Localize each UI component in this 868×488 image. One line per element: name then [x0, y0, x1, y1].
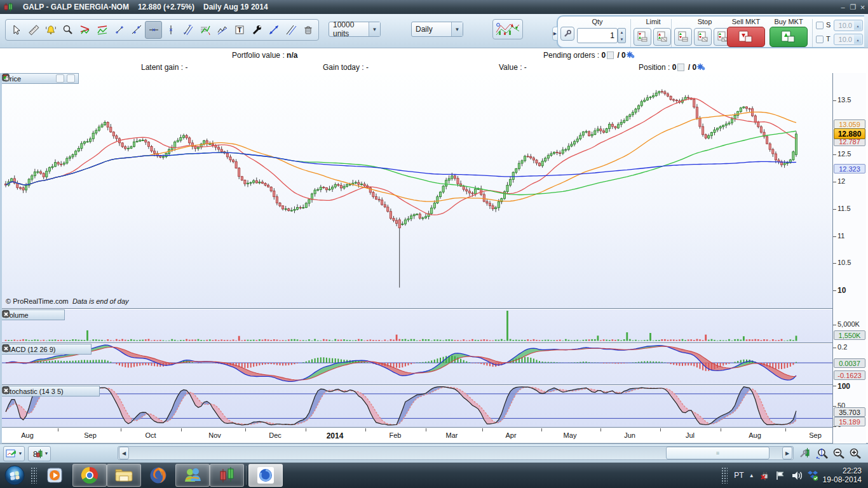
- vertical-line-tool-icon[interactable]: [162, 21, 179, 39]
- display-mode-button[interactable]: 8 ▼: [28, 446, 51, 461]
- zoom-in-button[interactable]: [847, 445, 864, 462]
- action-center-flag-icon[interactable]: [775, 470, 786, 481]
- stoch-close-icon[interactable]: [88, 387, 96, 395]
- volume-close-icon[interactable]: [53, 311, 61, 319]
- gain-today: Gain today : -: [323, 63, 369, 72]
- macd-tick-label: 0.2: [837, 343, 847, 351]
- taskbar-explorer[interactable]: [107, 464, 141, 487]
- qty-spinner[interactable]: ▲▼: [618, 28, 626, 43]
- taskbar-firefox[interactable]: [141, 464, 175, 487]
- volume-speaker-icon[interactable]: [791, 470, 802, 481]
- parallel-lines-tool-icon[interactable]: [179, 21, 196, 39]
- price-chart[interactable]: [2, 73, 834, 309]
- horizontal-line-tool-icon[interactable]: [145, 21, 162, 39]
- price-buy-arrow-icon[interactable]: [67, 74, 75, 83]
- macd-window-icon[interactable]: [69, 345, 77, 353]
- pattern-detection-icon[interactable]: [76, 21, 93, 39]
- period-dropdown-arrow: ▼: [451, 22, 463, 36]
- units-select[interactable]: 10000 units▼: [329, 22, 381, 37]
- position-gear-icon[interactable]: [696, 63, 707, 71]
- chart-mode-caret: ▼: [18, 451, 23, 456]
- trend-line-tool-icon[interactable]: [128, 21, 145, 39]
- stop-order-button-1[interactable]: [674, 28, 692, 46]
- volume-last-box: 1,550K: [834, 330, 865, 340]
- price-close-icon[interactable]: [45, 74, 53, 83]
- title-bar[interactable]: GALP - GALP ENERGIA-NOM 12.880 (+2.75%) …: [0, 0, 868, 14]
- month-tick: [306, 428, 306, 431]
- macd-settings-wrench-icon[interactable]: [58, 345, 66, 353]
- price-window-icon[interactable]: [34, 74, 43, 83]
- scroll-right-button[interactable]: ▶: [782, 447, 792, 459]
- dropbox-icon[interactable]: [807, 470, 818, 481]
- macd-panel-header: MACD (12 26 9): [2, 344, 92, 355]
- chart-settings-button[interactable]: [797, 445, 814, 462]
- taskbar-chrome[interactable]: [72, 464, 107, 487]
- start-button[interactable]: [0, 464, 29, 487]
- portfolio-value-label: Portfolio value : n/a: [232, 51, 297, 60]
- close-button[interactable]: ×: [858, 3, 867, 11]
- trade-panel-collapse-tab[interactable]: ▶: [552, 27, 558, 41]
- volume-window-icon[interactable]: [42, 311, 50, 319]
- chart-mode-button[interactable]: ▼: [3, 446, 25, 461]
- stoch-d-box: 15.189: [834, 417, 865, 426]
- text-note-tool-icon[interactable]: T: [231, 21, 248, 39]
- clock[interactable]: 22:23 19-08-2014: [823, 466, 865, 484]
- zigzag-tool-icon[interactable]: [214, 21, 231, 39]
- pending-orders: Pending orders : 0 / 0: [543, 51, 636, 60]
- macd-close-icon[interactable]: [79, 345, 88, 353]
- power-plug-icon[interactable]: [759, 470, 770, 481]
- taskbar-messenger[interactable]: [175, 464, 210, 487]
- oblique-parallel-tool-icon[interactable]: [282, 21, 299, 39]
- stoch-settings-wrench-icon[interactable]: [66, 387, 74, 395]
- analysis-tool-icon[interactable]: [196, 21, 214, 39]
- t-checkbox[interactable]: [816, 36, 824, 43]
- display-mode-caret: ▼: [44, 451, 49, 456]
- macd-chart[interactable]: [2, 344, 834, 385]
- horizontal-scrollbar[interactable]: ◀ ≡ ▶: [118, 446, 794, 460]
- pending-doc-icon[interactable]: [607, 51, 614, 59]
- alert-bell-icon[interactable]: [42, 21, 59, 39]
- zoom-tool-icon[interactable]: [59, 21, 76, 39]
- trade-settings-wrench-button[interactable]: [560, 27, 574, 41]
- cursor-tool-icon[interactable]: [8, 21, 25, 39]
- language-indicator[interactable]: PT: [734, 471, 743, 480]
- ruler-tool-icon[interactable]: [25, 21, 42, 39]
- stochastic-chart[interactable]: [2, 386, 834, 428]
- scrollbar-thumb[interactable]: ≡: [666, 447, 770, 459]
- segment-tool-icon[interactable]: [111, 21, 128, 39]
- qty-input[interactable]: 1: [577, 28, 618, 43]
- s-checkbox[interactable]: [816, 22, 824, 29]
- copyright-note: © ProRealTime.com Data is end of day: [6, 297, 129, 305]
- volume-settings-wrench-icon[interactable]: [31, 311, 39, 319]
- scroll-left-button[interactable]: ◀: [119, 447, 129, 459]
- volume-chart[interactable]: [2, 309, 834, 343]
- zoom-fit-button[interactable]: [814, 445, 831, 462]
- tray-expand-arrow[interactable]: ▲: [749, 473, 754, 478]
- stoch-window-icon[interactable]: [77, 387, 85, 395]
- pending-gear-icon[interactable]: [626, 51, 636, 59]
- position-doc-icon[interactable]: [677, 64, 684, 71]
- period-select[interactable]: Daily▼: [411, 22, 463, 37]
- zoom-out-button[interactable]: [831, 445, 847, 462]
- stop-order-button-2[interactable]: [694, 28, 712, 46]
- taskbar-blue-app[interactable]: [248, 464, 283, 487]
- sell-limit-order-button[interactable]: [653, 28, 671, 46]
- taskbar-media-player[interactable]: [38, 464, 72, 487]
- t-value-spinner[interactable]: 10.0▲▼: [834, 34, 863, 45]
- buy-doc-icon: [780, 30, 797, 44]
- settings-tools-icon[interactable]: [248, 21, 265, 39]
- sell-mkt-button[interactable]: [727, 27, 765, 47]
- taskbar-prorealtime[interactable]: [210, 464, 244, 487]
- channel-tool-icon[interactable]: [93, 21, 111, 39]
- trash-tool-icon[interactable]: [299, 21, 316, 39]
- price-settings-wrench-icon[interactable]: [24, 74, 32, 83]
- minimize-button[interactable]: –: [839, 3, 847, 11]
- buy-limit-order-button[interactable]: [634, 28, 651, 46]
- s-value-spinner[interactable]: 10.0▲▼: [834, 20, 863, 31]
- macd-last-box: 0.0037: [834, 358, 865, 368]
- buy-mkt-button[interactable]: [770, 27, 808, 47]
- chart-style-button[interactable]: [492, 19, 523, 39]
- restore-button[interactable]: ❐: [849, 3, 857, 11]
- resize-arrows-tool-icon[interactable]: [265, 21, 282, 39]
- price-sell-arrow-icon[interactable]: [56, 74, 64, 83]
